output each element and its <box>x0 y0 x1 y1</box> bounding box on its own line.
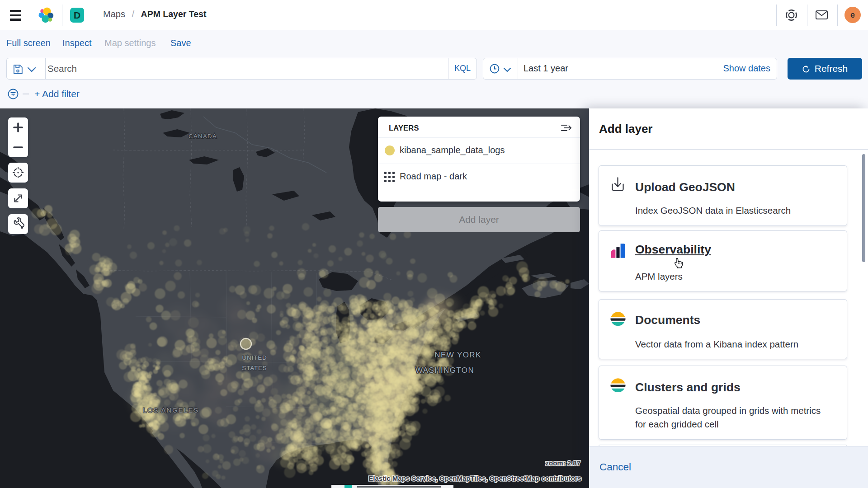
svg-text:UNITED: UNITED <box>242 354 267 361</box>
svg-text:STATES: STATES <box>242 365 267 371</box>
svg-text:LOS ANGELES: LOS ANGELES <box>143 406 199 414</box>
svg-text:CANADA: CANADA <box>189 133 217 140</box>
svg-text:NEW YORK: NEW YORK <box>434 351 481 359</box>
svg-text:zoom: 2.87: zoom: 2.87 <box>545 459 580 467</box>
svg-text:Elastic Maps Service, OpenMapT: Elastic Maps Service, OpenMapTiles, Open… <box>368 474 581 482</box>
svg-text:WASHINGTON: WASHINGTON <box>415 366 474 375</box>
